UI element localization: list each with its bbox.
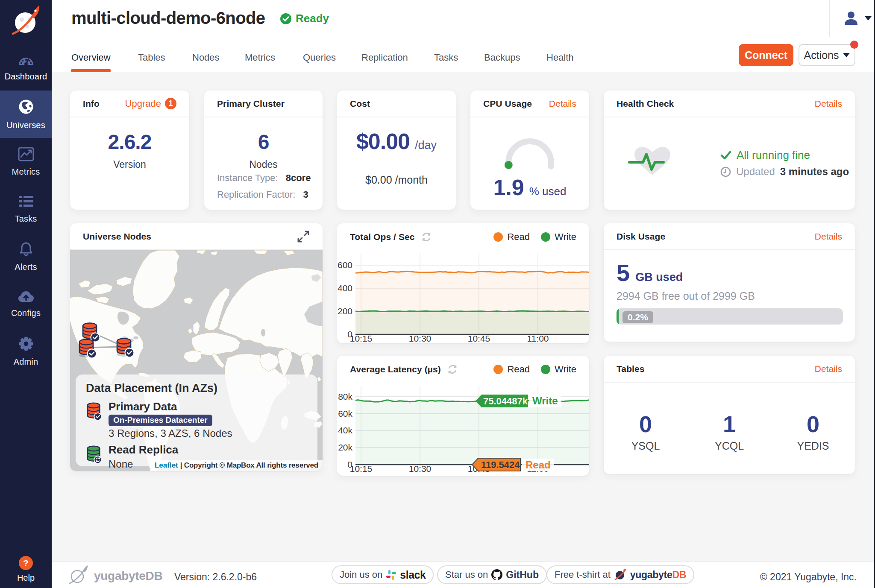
upgrade-count-badge: 1 <box>165 98 176 109</box>
cpu-details-link[interactable]: Details <box>549 99 576 109</box>
yedis-col: 0 YEDIS <box>771 383 855 474</box>
tables-details-link[interactable]: Details <box>815 364 842 374</box>
sidebar-item-admin[interactable]: Admin <box>0 328 52 375</box>
provider-badge: On-Premises Datacenter <box>109 415 212 426</box>
cpu-gauge <box>500 137 560 180</box>
updated-value: 3 minutes ago <box>780 166 849 178</box>
version-value: 2.6.2 <box>108 130 152 154</box>
write-tag-label: Write <box>529 395 561 407</box>
legend-write: Write <box>541 231 576 243</box>
tab-overview[interactable]: Overview <box>71 46 111 69</box>
connect-button[interactable]: Connect <box>739 44 793 66</box>
check-icon <box>720 151 731 160</box>
sidebar-item-label: Configs <box>11 308 41 318</box>
admin-gear-icon <box>18 336 34 353</box>
sidebar-item-universes[interactable]: Universes <box>0 91 52 138</box>
tab-metrics[interactable]: Metrics <box>245 46 275 69</box>
disk-usage-card: Disk Usage Details 5 GB used 2994 GB fre… <box>604 223 855 342</box>
svg-text:80k: 80k <box>338 392 352 401</box>
ysql-col: 0 YSQL <box>604 383 687 474</box>
tab-tasks[interactable]: Tasks <box>434 46 458 69</box>
sidebar-item-tasks[interactable]: Tasks <box>0 185 52 233</box>
svg-text:60k: 60k <box>338 409 352 418</box>
tables-card: Tables Details 0 YSQL 1 YCQL 0 YEDIS <box>604 356 855 474</box>
read-legend-dot <box>493 232 503 242</box>
leaflet-link[interactable]: Leaflet <box>155 461 178 470</box>
disk-details-link[interactable]: Details <box>815 231 842 242</box>
slack-icon <box>386 570 396 580</box>
tab-backups[interactable]: Backups <box>484 46 520 69</box>
actions-caret-icon <box>843 53 850 57</box>
sidebar-item-label: Alerts <box>15 262 37 272</box>
cost-card: Cost $0.00 /day $0.00 /month <box>337 91 456 210</box>
slack-button[interactable]: Join us on slack <box>332 565 434 584</box>
upgrade-link[interactable]: Upgrade 1 <box>125 98 176 109</box>
tab-nodes[interactable]: Nodes <box>192 46 220 69</box>
ycql-col: 1 YCQL <box>687 383 771 474</box>
tshirt-button[interactable]: Free t-shirt at yugabyteDB <box>546 565 694 584</box>
user-caret-icon <box>865 16 872 20</box>
tab-queries[interactable]: Queries <box>303 46 336 69</box>
avg-latency-card: 020k40k60k80k10:1510:3010:4511:00 Averag… <box>337 356 589 476</box>
primary-cluster-card: Primary Cluster 6 Nodes Instance Type: 8… <box>204 91 323 210</box>
sidebar-item-label: Tasks <box>15 214 37 224</box>
sidebar-item-configs[interactable]: Configs <box>0 280 52 328</box>
svg-text:75.04487k: 75.04487k <box>483 396 528 407</box>
universe-nodes-card: Universe Nodes <box>70 223 323 471</box>
svg-text:40k: 40k <box>338 425 352 435</box>
alerts-bell-icon <box>18 241 34 258</box>
card-title: Health Check <box>617 99 674 109</box>
disk-used-value: 5 <box>617 259 630 287</box>
health-updated-row: Updated 3 minutes ago <box>720 166 849 178</box>
footer-brand[interactable]: yugabyteDB <box>94 569 162 583</box>
footer: yugabyteDB Version: 2.6.2.0-b6 Join us o… <box>52 562 875 588</box>
yugabyte-logo[interactable] <box>0 3 52 38</box>
health-details-link[interactable]: Details <box>815 99 842 109</box>
disk-used-label: GB used <box>635 271 683 284</box>
sidebar-item-dashboard[interactable]: Dashboard <box>0 43 52 91</box>
disk-free-text: 2994 GB free out of 2999 GB <box>617 290 755 302</box>
sidebar-item-metrics[interactable]: Metrics <box>0 138 52 185</box>
dashboard-gauge-icon <box>18 53 35 68</box>
svg-text:10:45: 10:45 <box>468 333 490 343</box>
yedis-count: 0 <box>807 411 819 437</box>
data-placement-title: Data Placement (In AZs) <box>86 383 307 394</box>
total-ops-card: 020040060010:1510:3010:4511:00 Total Ops… <box>337 223 589 343</box>
tab-replication[interactable]: Replication <box>361 46 408 69</box>
svg-text:11:00: 11:00 <box>527 333 549 343</box>
legend-write: Write <box>541 364 576 375</box>
sidebar-item-help[interactable]: ? Help <box>0 556 52 583</box>
expand-icon[interactable] <box>297 230 310 243</box>
read-value-tag: 119.5424 <box>472 457 521 472</box>
universe-globe-icon <box>18 99 34 117</box>
svg-text:10:30: 10:30 <box>409 333 432 343</box>
instance-type-row: Instance Type: 8core <box>217 173 311 184</box>
status-text: Ready <box>296 12 329 25</box>
world-map[interactable]: Data Placement (In AZs) Primary Data On-… <box>70 250 323 471</box>
topbar: multi-cloud-demo-6node Ready Overview Ta… <box>52 0 875 72</box>
refresh-icon[interactable] <box>421 231 432 243</box>
version-label: Version <box>113 159 146 170</box>
active-tab-underline <box>71 69 111 72</box>
refresh-icon[interactable] <box>447 364 458 375</box>
read-replica-label: Read Replica <box>109 444 178 456</box>
tab-health[interactable]: Health <box>546 46 574 69</box>
card-title: Total Ops / Sec <box>350 232 415 242</box>
user-menu[interactable] <box>843 10 872 26</box>
tab-tables[interactable]: Tables <box>138 46 165 69</box>
health-status-text: All running fine <box>737 149 810 162</box>
svg-text:119.5424: 119.5424 <box>481 459 520 470</box>
svg-text:10:30: 10:30 <box>409 464 432 474</box>
card-title: Info <box>83 99 100 109</box>
github-button[interactable]: Star us on GitHub <box>437 565 547 584</box>
primary-data-icon <box>86 401 101 421</box>
svg-text:10:15: 10:15 <box>350 464 373 474</box>
ysql-label: YSQL <box>631 440 660 452</box>
write-legend-dot <box>541 365 550 374</box>
svg-text:20k: 20k <box>338 442 352 452</box>
disk-percent-badge: 0.2% <box>622 311 653 323</box>
actions-button[interactable]: Actions <box>799 44 855 66</box>
write-value-tag: 75.04487k <box>476 394 529 408</box>
sidebar-item-label: Admin <box>14 357 38 367</box>
sidebar-item-alerts[interactable]: Alerts <box>0 233 52 280</box>
